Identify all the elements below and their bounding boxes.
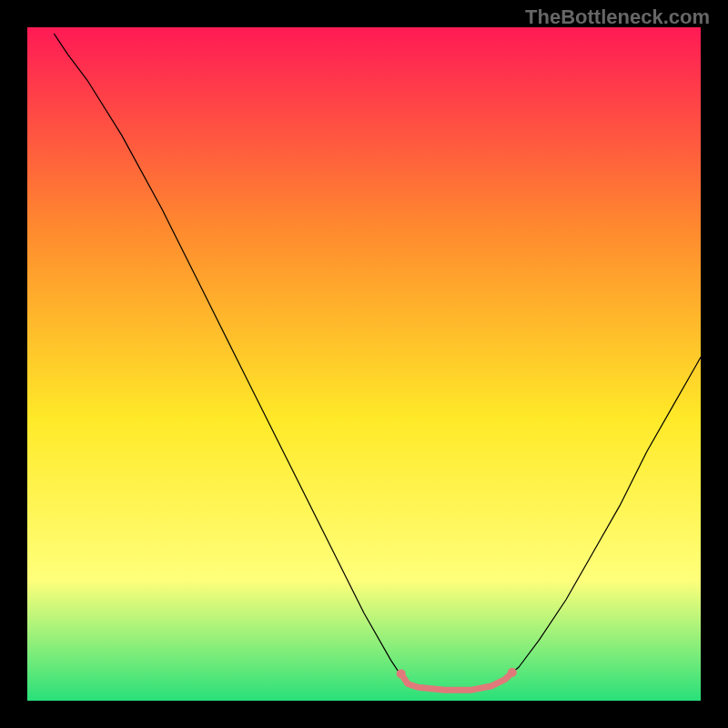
highlight-dot [397, 669, 406, 678]
plot-area [27, 27, 701, 701]
chart-background [27, 27, 701, 701]
chart-svg [27, 27, 701, 701]
chart-container: TheBottleneck.com [0, 0, 728, 728]
watermark-text: TheBottleneck.com [525, 5, 710, 29]
highlight-dot [508, 668, 517, 677]
